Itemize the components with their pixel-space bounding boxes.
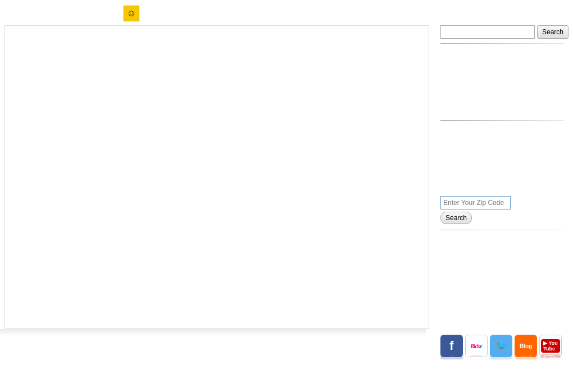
zip-code-input[interactable] — [440, 196, 511, 209]
divider-2 — [440, 120, 564, 121]
youtube-icon-reflection: ▶ YouTube — [539, 353, 562, 359]
main-content-area — [4, 25, 429, 329]
twitter-bird: 🐦 — [495, 340, 507, 352]
youtube-label: ▶ YouTube — [541, 339, 560, 353]
blog-icon-reflection: Blog — [515, 353, 537, 359]
social-icons-area: f flickr 🐦 Blog ▶ YouTube f flickr — [440, 335, 562, 382]
sidebar-ad-block-2 — [440, 125, 564, 193]
search-input[interactable] — [440, 25, 535, 39]
search-button[interactable]: Search — [537, 25, 569, 39]
search-area: Search — [440, 25, 569, 39]
facebook-letter: f — [449, 339, 453, 353]
logo-icon: ☺ — [124, 6, 139, 21]
zip-code-widget: Search — [440, 196, 569, 224]
flickr-icon-reflection: flickr — [465, 353, 488, 359]
right-sidebar: Search Search — [440, 25, 569, 236]
twitter-icon-reflection: 🐦 — [490, 353, 512, 359]
divider-3 — [440, 230, 564, 230]
content-shadow — [0, 329, 426, 336]
flickr-text: flickr — [471, 343, 482, 349]
blog-label: Blog — [520, 343, 532, 349]
site-logo: ☺ — [124, 6, 139, 21]
zip-search-button[interactable]: Search — [440, 212, 472, 224]
social-icons-reflection: f flickr 🐦 Blog ▶ YouTube — [440, 353, 562, 359]
facebook-icon-reflection: f — [440, 353, 463, 359]
sidebar-ad-block-1 — [440, 48, 564, 116]
divider-1 — [440, 43, 564, 44]
